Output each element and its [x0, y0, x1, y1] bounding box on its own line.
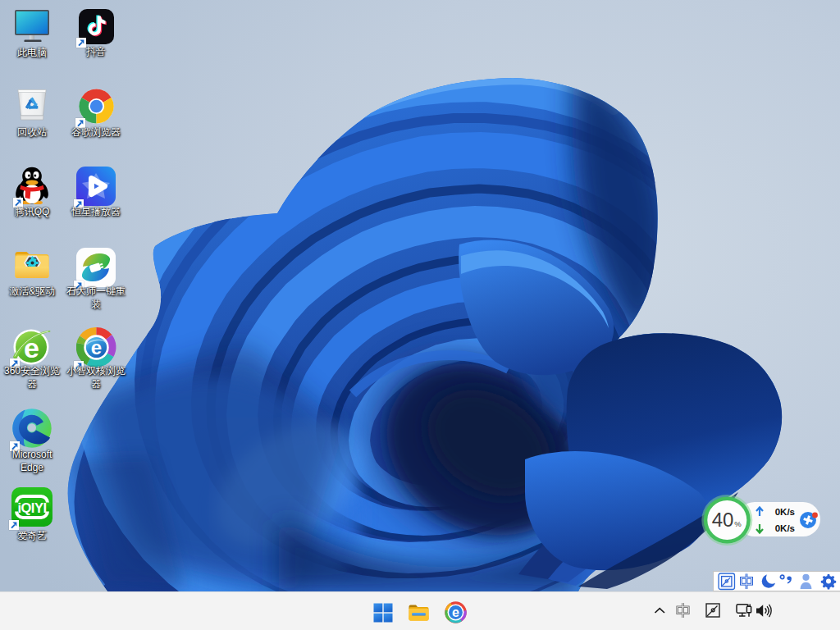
svg-text:0K/s: 0K/s — [775, 523, 795, 533]
svg-text:e: e — [452, 605, 459, 619]
svg-text:iQIYI: iQIYI — [17, 500, 46, 515]
svg-text:40: 40 — [712, 509, 734, 531]
svg-text:%: % — [734, 519, 742, 528]
svg-text:0K/s: 0K/s — [775, 507, 795, 517]
svg-text:e: e — [90, 336, 101, 358]
